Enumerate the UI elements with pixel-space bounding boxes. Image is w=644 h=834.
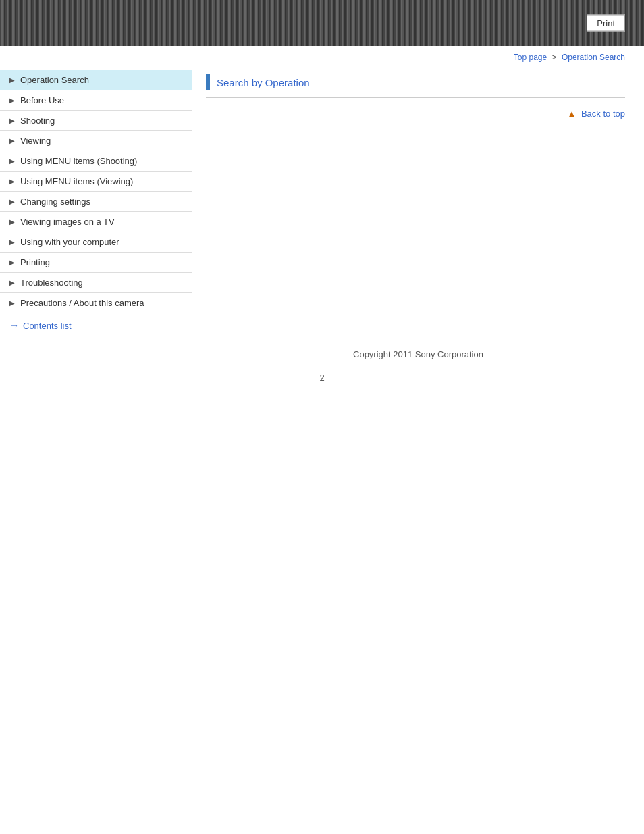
sidebar-arrow-icon: ▶ [9,198,15,205]
sidebar-arrow-icon: ▶ [9,97,15,104]
sidebar: ▶Operation Search▶Before Use▶Shooting▶Vi… [0,68,192,338]
sidebar-arrow-icon: ▶ [9,76,15,84]
sidebar-arrow-icon: ▶ [9,259,15,266]
sidebar-item-label-using-menu-shooting[interactable]: Using MENU items (Shooting) [20,156,137,166]
sidebar-item-label-before-use[interactable]: Before Use [20,95,64,105]
footer: Copyright 2011 Sony Corporation [192,338,644,365]
main-layout: ▶Operation Search▶Before Use▶Shooting▶Vi… [0,68,644,338]
contents-list-anchor[interactable]: Contents list [23,321,72,331]
header-stripe: Print [0,0,644,46]
copyright-text: Copyright 2011 Sony Corporation [353,349,483,359]
breadcrumb-separator: > [552,53,557,62]
sidebar-arrow-icon: ▶ [9,218,15,226]
print-button[interactable]: Print [587,15,625,32]
sidebar-arrow-icon: ▶ [9,238,15,246]
search-by-operation-heading: Search by Operation [217,74,310,90]
sidebar-item-label-viewing-images-tv[interactable]: Viewing images on a TV [20,217,115,227]
breadcrumb-top-link[interactable]: Top page [514,53,547,62]
back-to-top-link[interactable]: Back to top [581,109,625,119]
sidebar-item-label-using-with-computer[interactable]: Using with your computer [20,237,119,247]
sidebar-item-viewing-images-tv[interactable]: ▶Viewing images on a TV [0,212,192,232]
sidebar-item-using-menu-shooting[interactable]: ▶Using MENU items (Shooting) [0,151,192,172]
sidebar-arrow-icon: ▶ [9,157,15,165]
triangle-icon: ▲ [567,109,576,119]
blue-bar-container: Search by Operation [206,74,625,98]
sidebar-arrow-icon: ▶ [9,299,15,307]
sidebar-item-shooting[interactable]: ▶Shooting [0,111,192,131]
sidebar-item-precautions[interactable]: ▶Precautions / About this camera [0,293,192,313]
sidebar-item-changing-settings[interactable]: ▶Changing settings [0,192,192,212]
sidebar-arrow-icon: ▶ [9,279,15,286]
sidebar-item-operation-search[interactable]: ▶Operation Search [0,70,192,90]
breadcrumb: Top page > Operation Search [0,46,644,68]
sidebar-item-label-troubleshooting[interactable]: Troubleshooting [20,278,83,288]
breadcrumb-current-link[interactable]: Operation Search [562,53,625,62]
blue-accent-bar [206,74,210,90]
sidebar-item-using-with-computer[interactable]: ▶Using with your computer [0,232,192,253]
sidebar-item-printing[interactable]: ▶Printing [0,253,192,273]
sidebar-item-troubleshooting[interactable]: ▶Troubleshooting [0,273,192,293]
sidebar-item-label-operation-search[interactable]: Operation Search [20,75,89,85]
sidebar-item-label-viewing[interactable]: Viewing [20,136,51,146]
sidebar-item-label-changing-settings[interactable]: Changing settings [20,197,90,207]
sidebar-arrow-icon: ▶ [9,137,15,145]
contents-list-link[interactable]: → Contents list [0,313,192,338]
back-to-top: ▲ Back to top [206,109,625,119]
sidebar-arrow-icon: ▶ [9,178,15,185]
arrow-right-icon: → [9,320,19,331]
sidebar-item-label-shooting[interactable]: Shooting [20,115,55,126]
page-number: 2 [0,365,644,387]
sidebar-item-using-menu-viewing[interactable]: ▶Using MENU items (Viewing) [0,172,192,192]
sidebar-item-label-printing[interactable]: Printing [20,257,50,267]
sidebar-item-viewing[interactable]: ▶Viewing [0,131,192,151]
sidebar-arrow-icon: ▶ [9,117,15,124]
sidebar-item-label-using-menu-viewing[interactable]: Using MENU items (Viewing) [20,176,133,186]
content-area: Search by Operation ▲ Back to top [192,68,644,338]
sidebar-item-label-precautions[interactable]: Precautions / About this camera [20,298,144,308]
sidebar-item-before-use[interactable]: ▶Before Use [0,90,192,111]
